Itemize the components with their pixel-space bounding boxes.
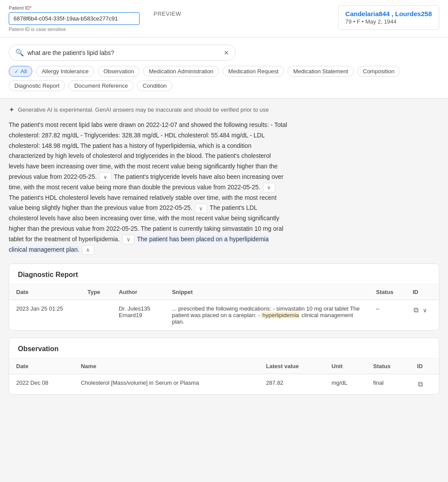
- chip-allergy-intolerance[interactable]: Allergy Intolerance: [36, 66, 94, 77]
- table-row: 2022 Dec 08 Cholesterol [Mass/volume] in…: [9, 374, 439, 395]
- row-id-actions: ⧉ ∨: [406, 300, 439, 331]
- copy-button[interactable]: ⧉: [413, 305, 419, 315]
- search-section: 🔍 ✕ ✓ All Allergy Intolerance Observatio…: [0, 38, 448, 99]
- preview-button[interactable]: PREVIEW: [148, 7, 186, 21]
- patient-id-input[interactable]: [9, 12, 140, 25]
- col-snippet: Snippet: [165, 284, 369, 300]
- obs-col-unit: Unit: [325, 359, 366, 374]
- expand-button-3[interactable]: ∨: [195, 204, 207, 213]
- obs-col-latest-value: Latest value: [259, 359, 325, 374]
- expand-button-1[interactable]: ∨: [99, 172, 111, 182]
- patient-id-section: Patient ID* Patient ID is case sensitive: [9, 5, 140, 32]
- chip-observation[interactable]: Observation: [98, 66, 140, 77]
- expand-button-2[interactable]: ∨: [263, 183, 275, 192]
- row-snippet: ... prescribed the following medications…: [165, 300, 369, 331]
- top-bar: Patient ID* Patient ID is case sensitive…: [0, 0, 448, 38]
- search-input[interactable]: [27, 49, 220, 56]
- chip-medication-statement[interactable]: Medication Statement: [287, 66, 354, 77]
- diagnostic-report-card: Diagnostic Report Date Type Author Snipp…: [9, 263, 439, 331]
- ai-sparkle-icon: ✦: [9, 106, 14, 114]
- search-icon: 🔍: [15, 48, 24, 57]
- obs-row-unit: mg/dL: [325, 374, 366, 395]
- chip-condition[interactable]: Condition: [137, 80, 172, 91]
- obs-col-name: Name: [74, 359, 259, 374]
- row-status: –: [369, 300, 406, 331]
- observation-title: Observation: [9, 338, 439, 359]
- patient-id-hint: Patient ID is case sensitive: [9, 27, 140, 32]
- chip-document-reference[interactable]: Document Reference: [68, 80, 133, 91]
- chip-diagnostic-report[interactable]: Diagnostic Report: [9, 80, 65, 91]
- patient-meta: 79 • F • May 2, 1944: [345, 18, 432, 25]
- col-id: ID: [406, 284, 439, 300]
- observation-table: Date Name Latest value Unit Status ID 20…: [9, 359, 439, 394]
- col-author: Author: [112, 284, 165, 300]
- obs-copy-button[interactable]: ⧉: [417, 379, 424, 389]
- table-row: 2023 Jan 25 01:25 Dr. Jules135 Ernard19 …: [9, 300, 439, 331]
- expand-row-button[interactable]: ∨: [423, 307, 427, 314]
- snippet-highlight: hyperlipidemia: [261, 312, 300, 318]
- patient-name: Candelaria844 , Lourdes258: [345, 10, 432, 17]
- chip-medication-request[interactable]: Medication Request: [222, 66, 284, 77]
- obs-row-value: 287.82: [259, 374, 325, 395]
- main-content: ✦ Generative AI is experimental. GenAI a…: [0, 99, 448, 402]
- chip-composition[interactable]: Composition: [357, 66, 400, 77]
- chip-medication-administration[interactable]: Medication Administration: [143, 66, 219, 77]
- observation-card: Observation Date Name Latest value Unit …: [9, 338, 439, 395]
- col-type: Type: [80, 284, 112, 300]
- obs-row-status: final: [366, 374, 410, 395]
- ai-disclaimer: ✦ Generative AI is experimental. GenAI a…: [9, 106, 439, 114]
- row-type: [80, 300, 112, 331]
- filter-chips: ✓ All Allergy Intolerance Observation Me…: [9, 66, 439, 91]
- expand-button-5[interactable]: ∧: [82, 245, 94, 255]
- obs-col-status: Status: [366, 359, 410, 374]
- patient-info-card: Candelaria844 , Lourdes258 79 • F • May …: [338, 5, 439, 30]
- chip-all[interactable]: ✓ All: [9, 66, 32, 77]
- row-date: 2023 Jan 25 01:25: [9, 300, 80, 331]
- clear-icon[interactable]: ✕: [224, 49, 229, 56]
- patient-id-label: Patient ID*: [9, 5, 140, 10]
- diagnostic-report-table: Date Type Author Snippet Status ID 2023 …: [9, 284, 439, 330]
- col-date: Date: [9, 284, 80, 300]
- obs-col-id: ID: [410, 359, 439, 374]
- obs-row-id-actions: ⧉: [410, 374, 439, 395]
- check-icon: ✓: [14, 68, 19, 75]
- search-box: 🔍 ✕: [9, 44, 236, 61]
- col-status: Status: [369, 284, 406, 300]
- obs-col-date: Date: [9, 359, 74, 374]
- diagnostic-report-title: Diagnostic Report: [9, 264, 439, 284]
- row-author: Dr. Jules135 Ernard19: [112, 300, 165, 331]
- expand-button-4[interactable]: ∨: [122, 235, 134, 244]
- obs-row-date: 2022 Dec 08: [9, 374, 74, 395]
- obs-row-name: Cholesterol [Mass/volume] in Serum or Pl…: [74, 374, 259, 395]
- ai-response: The patient's most recent lipid labs wer…: [9, 120, 288, 255]
